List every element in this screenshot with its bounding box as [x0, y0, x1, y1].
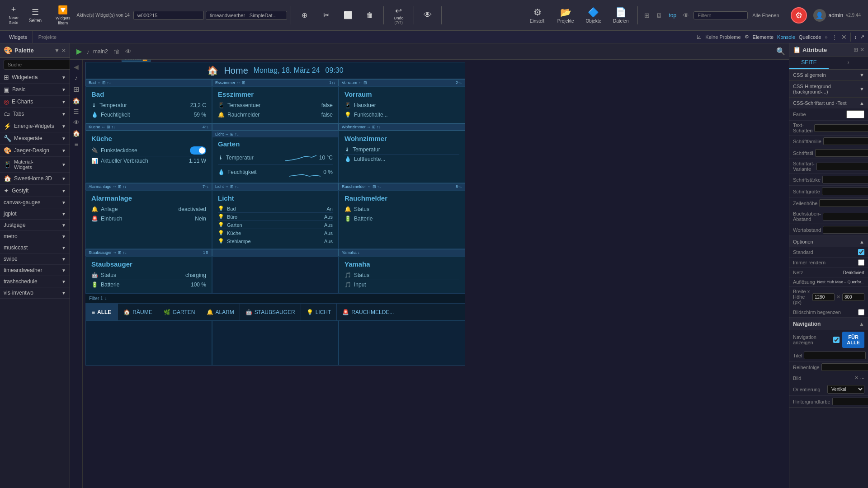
palette-item-trashschedule[interactable]: trashschedule ▼ [0, 276, 70, 287]
quellcode-tab[interactable]: Quellcode [799, 34, 821, 40]
hoehe-input[interactable] [842, 293, 864, 301]
konsole-tab[interactable]: Konsole [777, 34, 795, 40]
canvas-trash-icon[interactable]: 🗑 [113, 48, 120, 55]
optionen-header[interactable]: Optionen ▲ [789, 236, 868, 247]
wortabstand-input[interactable] [823, 226, 868, 234]
nav-orientierung-select[interactable]: Vertikal Horizontal [827, 385, 864, 394]
delete-button[interactable]: 🗑 [360, 4, 380, 27]
nav-reihenfolge-input[interactable] [821, 363, 868, 371]
breite-input[interactable] [812, 293, 835, 301]
palette-search-input[interactable] [4, 60, 70, 70]
music2-icon[interactable]: ♪ [75, 74, 78, 81]
text-shadow-input[interactable] [814, 124, 868, 132]
projekte-button[interactable]: 📂 Projekte [553, 5, 579, 25]
nav-arrow-icon[interactable]: ◀ [74, 63, 79, 70]
nav-hintergrund-input[interactable] [832, 398, 868, 405]
music-note-icon[interactable]: ♪ [86, 48, 90, 55]
nav-bild-dots[interactable]: ··· [860, 375, 864, 381]
panel-close-icon[interactable]: ✕ [860, 47, 864, 53]
canvas-drawing-area[interactable]: ◀ ♪ ⊞ 🏠 ☰ 👁 🏠 ≡ w000215 🔁 🏠 Home [70, 60, 789, 488]
home3-icon[interactable]: 🏠 [72, 130, 80, 137]
nav-titel-input[interactable] [804, 352, 866, 359]
elemente-tab[interactable]: Elemente [753, 34, 774, 40]
css-schriftart-header[interactable]: CSS-Schriftart und -Text ▲ [789, 98, 868, 108]
nav-licht[interactable]: 💡 LICHT [301, 304, 337, 320]
palette-item-vis-inventwo[interactable]: vis-inventwo ▼ [0, 287, 70, 299]
palette-item-energie[interactable]: ⚡ Energie-Widgets ▼ [0, 120, 70, 132]
palette-item-canvas-gauges[interactable]: canvas-gauges ▼ [0, 197, 70, 208]
new-page-button[interactable]: + Neue Seite [4, 4, 24, 27]
nav-alarm[interactable]: 🔔 ALARM [201, 304, 240, 320]
settings-circle-button[interactable]: ⚙ [791, 7, 807, 23]
schriftstaerke-input[interactable] [822, 176, 868, 183]
bildschirm-checkbox[interactable] [858, 309, 864, 315]
all-levels[interactable]: Alle Ebenen [750, 13, 781, 18]
palette-item-widgeteria[interactable]: ⊞ Widgeteria ▼ [0, 71, 70, 84]
palette-item-jaeger[interactable]: 🎨 Jaeger-Design ▼ [0, 145, 70, 157]
filter-button[interactable]: 🔽 Widgets filtern [53, 4, 73, 27]
palette-item-musiccast[interactable]: musiccast ▼ [0, 242, 70, 253]
palette-item-basic[interactable]: ▣ Basic ▼ [0, 84, 70, 96]
nav-rauchmelder[interactable]: 🚨 RAUCHMELDE... [337, 304, 399, 320]
play-button[interactable]: ▶ [74, 46, 85, 57]
palette-item-material[interactable]: 📱 Material-Widgets ▼ [0, 157, 70, 173]
canvas-search-icon[interactable]: 🔍 [776, 47, 785, 56]
dateien-button[interactable]: 📄 Dateien [609, 5, 633, 25]
grid-icon[interactable]: ⊞ [642, 12, 651, 19]
canvas-eye-icon[interactable]: 👁 [125, 48, 132, 55]
einstell-button[interactable]: ⚙ Einstell. [525, 5, 550, 25]
horizontal-icon[interactable]: ☰ [73, 108, 79, 115]
eye2-icon[interactable]: 👁 [681, 12, 691, 19]
palette-item-justgage[interactable]: Justgage ▼ [0, 220, 70, 231]
font-color-box[interactable] [846, 110, 864, 118]
eye-button[interactable]: 👁 [418, 4, 438, 27]
schriftart-variante-input[interactable] [816, 163, 868, 170]
palette-close-icon[interactable]: ✕ [61, 47, 66, 54]
zeilenhoehe-input[interactable] [819, 199, 868, 207]
widget-name-input[interactable] [206, 11, 287, 20]
filter-input-top[interactable] [693, 11, 748, 19]
palette-item-messgeraete[interactable]: 🔧 Messgeräte ▼ [0, 132, 70, 145]
gear-small-icon[interactable]: ⚙ [745, 34, 749, 40]
panel-tab-seite[interactable]: SEITE [789, 56, 829, 69]
pages-button[interactable]: ☰ Seiten [25, 4, 45, 27]
eye3-icon[interactable]: 👁 [73, 119, 80, 126]
palette-item-swipe[interactable]: swipe ▼ [0, 253, 70, 265]
widget-id-input[interactable] [133, 11, 204, 20]
schriftfamilie-input[interactable] [823, 137, 868, 145]
buchstaben-input[interactable] [823, 213, 868, 221]
lines-icon[interactable]: ≡ [74, 141, 78, 148]
panel-expand-icon[interactable]: ⊞ [854, 47, 858, 53]
undo-button[interactable]: ↩ Undo (7/7) [387, 4, 410, 27]
panel-tab-arrow[interactable]: › [829, 56, 868, 69]
top-label[interactable]: top [667, 12, 678, 19]
nav-anzeigen-checkbox[interactable] [833, 337, 840, 343]
paste-button[interactable]: ⬜ [338, 4, 358, 27]
palette-item-tabs[interactable]: 🗂 Tabs ▼ [0, 108, 70, 120]
schriftstil-input[interactable] [815, 149, 868, 157]
grid2-icon[interactable]: ⊞ [73, 85, 79, 94]
copy-button[interactable]: ⊕ [295, 4, 315, 27]
palette-item-echarts[interactable]: ◎ E-Charts ▼ [0, 96, 70, 108]
immer-rendern-checkbox[interactable] [858, 259, 864, 266]
tab-main2-label[interactable]: main2 [91, 48, 110, 55]
palette-item-jqplot[interactable]: jqplot ▼ [0, 208, 70, 220]
nav-raeume[interactable]: 🏠 RÄUME [118, 304, 158, 320]
css-hintergrund-header[interactable]: CSS-Hintergrund (background-...) ▼ [789, 81, 868, 97]
nav-collapse-icon[interactable]: ▲ [859, 321, 864, 327]
socket-toggle[interactable] [190, 146, 206, 155]
fur-alle-button[interactable]: FÜRALLE [842, 332, 864, 348]
nav-garten[interactable]: 🌿 GARTEN [158, 304, 201, 320]
palette-item-timeandweather[interactable]: timeandweather ▼ [0, 265, 70, 276]
palette-item-metro[interactable]: metro ▼ [0, 231, 70, 242]
standard-checkbox[interactable] [858, 249, 864, 255]
css-allgemein-header[interactable]: CSS allgemein ▼ [789, 70, 868, 80]
projekte-tab[interactable]: Projekte [33, 31, 62, 43]
palette-item-gestylt[interactable]: ✦ Gestylt ▼ [0, 185, 70, 197]
monitor-icon[interactable]: 🖥 [654, 12, 664, 19]
schriftgroesse-input[interactable] [822, 188, 868, 195]
widgets-tab[interactable]: Widgets [4, 31, 33, 43]
palette-item-sweethome[interactable]: 🏠 SweetHome 3D ▼ [0, 173, 70, 185]
home2-icon[interactable]: 🏠 [72, 97, 80, 104]
nav-alle[interactable]: ≡ ALLE [85, 304, 118, 320]
